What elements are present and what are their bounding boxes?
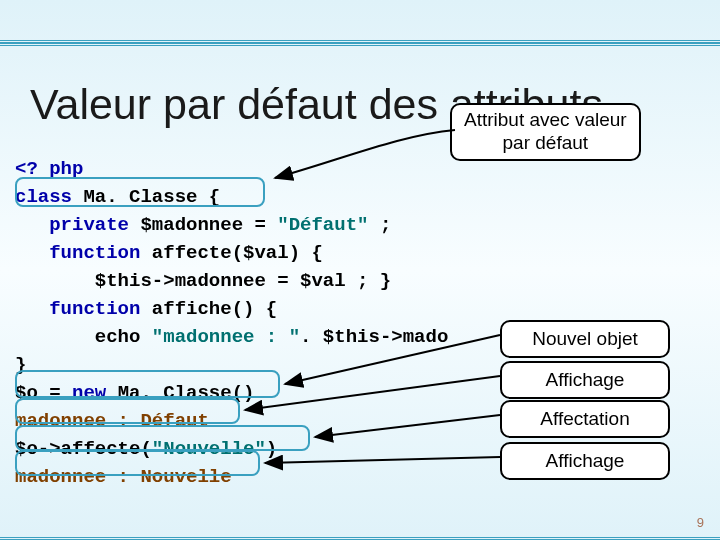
top-rule [0,40,720,46]
code-l3a: private [15,214,129,236]
callout-main: Attribut avec valeur par défaut [450,103,641,161]
callout-main-l1: Attribut avec valeur [464,109,627,132]
code-l7a: echo [15,326,152,348]
highlight-new-object [15,370,280,398]
code-l5: $this->madonnee = $val ; } [15,270,391,292]
callout-new-object: Nouvel objet [500,320,670,358]
code-l3c: "Défaut" [277,214,368,236]
code-l3d: ; [368,214,391,236]
callout-display-1: Affichage [500,361,670,399]
code-l4b: affecte($val) { [140,242,322,264]
callout-affectation: Affectation [500,400,670,438]
highlight-class-decl [15,177,265,207]
code-l6b: affiche() { [140,298,277,320]
code-l3b: $madonnee = [129,214,277,236]
page-number: 9 [697,515,704,530]
highlight-affecte-call [15,425,310,451]
code-l7b: "madonnee : " [152,326,300,348]
callout-display-2: Affichage [500,442,670,480]
highlight-output-1 [15,398,240,424]
highlight-output-2 [15,450,260,476]
code-l7c: . $this->mado [300,326,448,348]
code-l6a: function [15,298,140,320]
code-l4a: function [15,242,140,264]
callout-main-l2: par défaut [464,132,627,155]
